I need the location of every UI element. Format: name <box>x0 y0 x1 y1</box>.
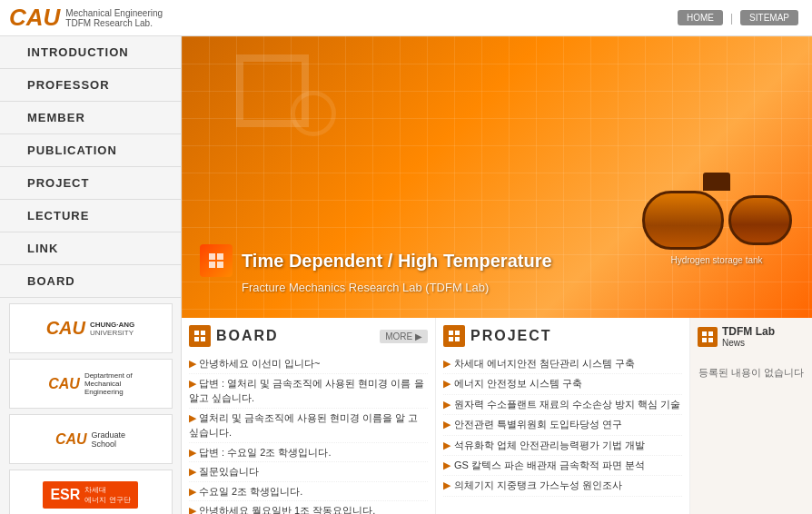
sidebar: INTRODUCTIONPROFESSORMEMBERPUBLICATIONPR… <box>0 36 182 514</box>
project-list-item[interactable]: ▶안전관련 특별위원회 도입타당성 연구 <box>443 415 682 435</box>
project-title-group: PROJECT <box>443 325 552 347</box>
hero-banner: Time Dependent / High Temperature Fractu… <box>182 36 812 318</box>
board-header: BOARD MORE ▶ <box>189 325 428 347</box>
board-puzzle-icon <box>193 330 206 342</box>
graduate-logo[interactable]: CAUGraduateSchool <box>9 414 173 464</box>
puzzle-icon <box>207 252 225 270</box>
svg-rect-1 <box>217 253 223 260</box>
svg-rect-14 <box>702 338 707 342</box>
hero-title-area: Time Dependent / High Temperature <box>200 244 552 277</box>
board-arrow-icon: ▶ <box>189 466 196 477</box>
tank-label: Hydrogen storage tank <box>670 255 762 265</box>
hero-subtitle: Fracture Mechanics Research Lab (TDFM La… <box>242 279 489 295</box>
project-arrow-icon: ▶ <box>443 459 451 472</box>
project-list-item[interactable]: ▶원자력 수소플랜트 재료의 수소손상 방지 핵심 기술 <box>443 395 682 415</box>
board-arrow-icon: ▶ <box>189 486 196 497</box>
sidebar-item-introduction[interactable]: INTRODUCTION <box>0 36 181 69</box>
board-items: ▶안녕하세요 이선미 입니다~▶답변 : 열처리 및 금속조직에 사용된 현미경… <box>189 354 428 514</box>
board-list-item[interactable]: ▶답변 : 수요일 2조 학생입니다. <box>189 443 428 463</box>
sidebar-item-board[interactable]: BOARD <box>0 265 181 298</box>
board-section: BOARD MORE ▶ ▶안녕하세요 이선미 입니다~▶답변 : 열처리 및 … <box>182 318 436 514</box>
sidebar-item-professor[interactable]: PROFESSOR <box>0 69 181 102</box>
board-list-item[interactable]: ▶안녕하세요 이선미 입니다~ <box>189 354 428 374</box>
chung-ang-logo[interactable]: CAUCHUNG·ANGUNIVERSITY <box>9 303 173 353</box>
board-list-item[interactable]: ▶열처리 및 금속조직에 사용된 현미경 이름을 알 고 싶습니다. <box>189 409 428 443</box>
board-more-button[interactable]: MORE ▶ <box>380 330 428 343</box>
tank-body-2 <box>728 195 792 245</box>
news-title: TDFM Lab <box>722 325 775 338</box>
news-empty-message: 등록된 내용이 없습니다 <box>698 366 805 380</box>
news-puzzle-icon <box>701 331 714 343</box>
board-arrow-icon: ▶ <box>189 378 196 389</box>
svg-rect-15 <box>708 338 713 342</box>
board-list-item[interactable]: ▶답변 : 열처리 및 금속조직에 사용된 현미경 이름 을 알고 싶습니다. <box>189 374 428 409</box>
logo-area: CAU Mechanical Engineering TDFM Research… <box>0 4 163 32</box>
svg-rect-6 <box>194 337 199 341</box>
project-arrow-icon: ▶ <box>443 418 451 431</box>
project-header: PROJECT <box>443 325 682 347</box>
project-title: PROJECT <box>470 328 552 344</box>
hero-title: Time Dependent / High Temperature <box>242 251 552 272</box>
hero-tank: Hydrogen storage tank <box>630 173 803 300</box>
svg-rect-4 <box>194 331 199 335</box>
board-list-item[interactable]: ▶질문있습니다 <box>189 462 428 482</box>
hero-icon <box>200 244 233 277</box>
sidebar-item-publication[interactable]: PUBLICATION <box>0 134 181 167</box>
project-arrow-icon: ▶ <box>443 377 451 390</box>
tank-valve <box>703 173 730 191</box>
project-icon <box>443 325 465 347</box>
board-arrow-icon: ▶ <box>189 358 196 369</box>
svg-rect-7 <box>201 337 205 341</box>
news-subtitle: News <box>722 338 775 348</box>
svg-rect-9 <box>455 331 460 335</box>
news-section: TDFM Lab News 등록된 내용이 없습니다 <box>690 318 812 514</box>
board-arrow-icon: ▶ <box>189 412 196 423</box>
svg-rect-13 <box>708 331 713 336</box>
home-button[interactable]: HOME <box>678 10 723 25</box>
esr-logo[interactable]: ESR차세대에너지 연구단 <box>9 470 173 514</box>
svg-rect-11 <box>455 337 460 341</box>
nav-separator: | <box>730 12 733 25</box>
sidebar-item-lecture[interactable]: LECTURE <box>0 200 181 232</box>
board-list-item[interactable]: ▶안녕하세요 월요일반 1조 작동요입니다. <box>189 501 428 514</box>
project-section: PROJECT ▶차세대 에너지안전 첨단관리 시스템 구축▶에너지 안전정보 … <box>436 318 690 514</box>
board-title-group: BOARD <box>189 325 279 347</box>
news-icon <box>698 327 718 347</box>
right-area: Time Dependent / High Temperature Fractu… <box>182 36 812 514</box>
svg-rect-3 <box>217 262 223 268</box>
svg-rect-12 <box>702 331 707 336</box>
svg-rect-2 <box>209 262 215 268</box>
sidebar-item-link[interactable]: LINK <box>0 232 181 265</box>
svg-rect-5 <box>201 331 205 335</box>
project-arrow-icon: ▶ <box>443 357 451 371</box>
project-arrow-icon: ▶ <box>443 479 451 492</box>
project-list-item[interactable]: ▶의체기지 지중탱크 가스누성 원인조사 <box>443 476 682 496</box>
board-title: BOARD <box>216 328 279 344</box>
nav-buttons: HOME | SITEMAP <box>678 10 812 25</box>
project-items: ▶차세대 에너지안전 첨단관리 시스템 구축▶에너지 안전정보 시스템 구축▶원… <box>443 354 682 497</box>
tank-assembly <box>642 191 792 250</box>
sidebar-menu: INTRODUCTIONPROFESSORMEMBERPUBLICATIONPR… <box>0 36 181 298</box>
news-header: TDFM Lab News <box>698 325 805 348</box>
sitemap-button[interactable]: SITEMAP <box>740 10 798 25</box>
dept-logo[interactable]: CAUDeptartment ofMechanicalEngineering <box>9 359 173 409</box>
sidebar-item-member[interactable]: MEMBER <box>0 102 181 134</box>
logo-cau: CAU <box>9 4 60 32</box>
board-arrow-icon: ▶ <box>189 447 196 458</box>
tank-body-1 <box>642 191 724 250</box>
header: CAU Mechanical Engineering TDFM Research… <box>0 0 812 36</box>
hero-decoration-2 <box>291 91 336 136</box>
svg-rect-8 <box>449 331 453 335</box>
project-list-item[interactable]: ▶GS 칼텍스 파손 배관재 금속학적 파면 분석 <box>443 456 682 476</box>
board-list-item[interactable]: ▶수요일 2조 학생입니다. <box>189 482 428 502</box>
project-arrow-icon: ▶ <box>443 398 451 411</box>
svg-rect-10 <box>449 337 453 341</box>
project-list-item[interactable]: ▶석유화학 업체 안전관리능력평가 기법 개발 <box>443 436 682 456</box>
project-puzzle-icon <box>448 330 460 342</box>
project-list-item[interactable]: ▶차세대 에너지안전 첨단관리 시스템 구축 <box>443 354 682 374</box>
board-arrow-icon: ▶ <box>189 505 196 514</box>
sidebar-item-project[interactable]: PROJECT <box>0 167 181 200</box>
project-list-item[interactable]: ▶에너지 안전정보 시스템 구축 <box>443 374 682 394</box>
content-panels: BOARD MORE ▶ ▶안녕하세요 이선미 입니다~▶답변 : 열처리 및 … <box>182 318 812 514</box>
news-title-group: TDFM Lab News <box>722 325 775 348</box>
